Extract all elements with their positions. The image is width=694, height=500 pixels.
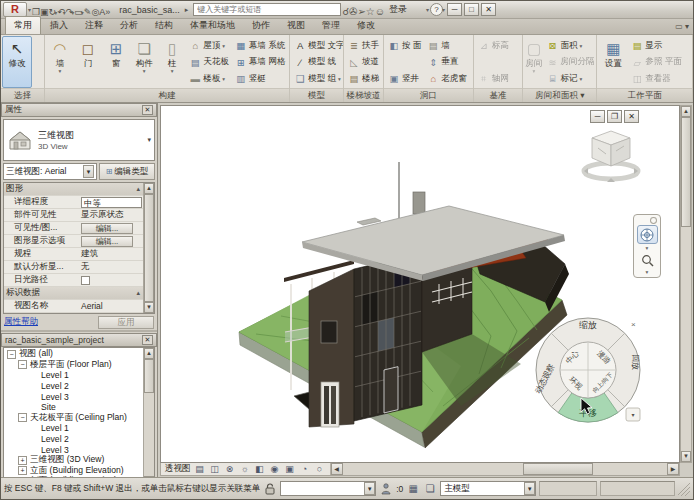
type-combo-arrow-icon[interactable]: ▼ <box>83 165 94 178</box>
edit-button[interactable]: 编辑... <box>81 236 133 247</box>
window-button[interactable]: ⊞窗 <box>102 36 130 88</box>
ribbon-group-label[interactable]: 模型 <box>290 88 343 102</box>
tag-room-button[interactable]: ⌸标记▾ <box>544 71 596 86</box>
reveal-hidden-icon[interactable]: ○ <box>314 464 326 474</box>
tab-massing-site[interactable]: 体量和场地 <box>182 17 243 34</box>
modify-button[interactable]: ↖修改 <box>2 36 32 88</box>
property-value[interactable]: 显示原状态 <box>80 209 143 221</box>
property-value[interactable] <box>80 276 143 285</box>
roof-button-arrow-icon[interactable]: ▾ <box>222 43 225 49</box>
search-input[interactable] <box>193 3 341 16</box>
zoom-button[interactable] <box>637 252 658 268</box>
steering-wheel-button[interactable] <box>637 225 658 245</box>
room-button[interactable]: ▢房间▾ <box>524 36 543 88</box>
model-line-button[interactable]: ∕模型 线 <box>292 55 344 70</box>
scroll-up-icon[interactable]: ▲ <box>144 348 154 359</box>
canvas-hscrollbar[interactable]: ◀ ▶ <box>331 463 680 475</box>
viewcube[interactable] <box>580 124 644 190</box>
property-checkbox[interactable] <box>81 276 90 285</box>
tab-view[interactable]: 视图 <box>279 17 313 34</box>
ribbon-state-icon[interactable]: ▭ ▾ <box>675 22 689 31</box>
ribbon-group-label[interactable]: 房间和面积 ▾ <box>523 88 596 102</box>
view-minimize-button[interactable]: ─ <box>590 110 605 123</box>
model-text-button[interactable]: A模型 文字 <box>292 38 344 53</box>
properties-scrollbar[interactable]: ▲ ▼ <box>143 183 154 313</box>
roof-button[interactable]: ⌂屋顶▾ <box>187 38 231 53</box>
save-icon[interactable]: ▣ <box>40 7 49 17</box>
collapse-icon[interactable]: − <box>7 350 16 359</box>
ref-plane-button[interactable]: ▱参照 平面 <box>629 55 683 70</box>
hide-isolate-icon[interactable]: ◔ <box>299 464 311 474</box>
opening-by-face-button[interactable]: ◧按 面 <box>386 38 423 53</box>
tree-item[interactable]: Level 2 <box>4 434 143 445</box>
wall-opening-button[interactable]: ▤墙 <box>425 38 469 53</box>
tree-item[interactable]: Level 2 <box>4 381 143 392</box>
navbar-close-icon[interactable] <box>650 217 657 224</box>
property-value[interactable]: Aerial <box>80 301 143 311</box>
view-restore-button[interactable]: ❐ <box>607 110 622 123</box>
ribbon-group-label[interactable]: 基准 <box>474 88 523 102</box>
set-workplane-button[interactable]: ▦设置 <box>598 36 628 88</box>
steering-wheel[interactable]: 缩放 平移 动态观察 回放 中心 漫游 环视 向上/向下 × ▾ <box>530 312 646 432</box>
view-scale-label[interactable]: 透视图 <box>165 463 191 475</box>
design-options-icon[interactable]: ▦ <box>406 482 420 496</box>
zoom-menu-arrow-icon[interactable]: ▾ <box>646 269 649 275</box>
canvas-vscrollbar[interactable]: ▲ ▼ <box>680 105 692 463</box>
wheel-zoom-label[interactable]: 缩放 <box>579 320 597 330</box>
tab-manage[interactable]: 管理 <box>314 17 348 34</box>
sign-in-label[interactable]: 登录 <box>389 3 407 16</box>
ribbon-group-label[interactable]: 楼梯坡道 <box>344 88 383 102</box>
show-workplane-button[interactable]: ▤显示 <box>629 38 683 53</box>
tree-item[interactable]: Level 1 <box>4 370 143 381</box>
render-icon[interactable]: ◉ <box>269 464 281 474</box>
tab-modify[interactable]: 修改 <box>349 17 383 34</box>
ribbon-group-label[interactable]: 选择 <box>1 88 44 102</box>
dormer-button[interactable]: ⌂老虎窗 <box>425 71 469 86</box>
property-value[interactable]: 无 <box>80 261 143 273</box>
railing-button[interactable]: ≣扶手 <box>346 38 381 53</box>
tree-item[interactable]: Level 1 <box>4 423 143 434</box>
open-icon[interactable]: ❐ <box>32 7 40 17</box>
wheel-menu-arrow-icon[interactable]: ▾ <box>646 245 649 251</box>
tree-item[interactable]: −天花板平面 (Ceiling Plan) <box>4 413 143 424</box>
mullion-button[interactable]: ▥竖梃 <box>233 71 287 86</box>
tab-collaborate[interactable]: 协作 <box>244 17 278 34</box>
tree-item[interactable]: Level 3 <box>4 391 143 402</box>
scroll-thumb[interactable] <box>144 359 154 393</box>
help-arrow-icon[interactable]: ▾ <box>442 6 445 13</box>
expand-icon[interactable]: + <box>18 456 27 465</box>
minimize-button[interactable]: ─ <box>447 3 462 16</box>
editing-requests-icon[interactable] <box>379 482 393 496</box>
project-browser-title-bar[interactable]: rac_basic_sample_project ✕ <box>1 333 157 347</box>
title-expand-icon[interactable]: ▸ <box>185 6 189 14</box>
component-button[interactable]: ❏构件▾ <box>130 36 158 88</box>
subscription-icon[interactable]: ➢ <box>357 6 365 17</box>
option-dropdown-arrow-icon[interactable]: ▼ <box>524 482 535 495</box>
resize-grip[interactable] <box>678 481 690 496</box>
sun-settings-icon[interactable]: ⊗ <box>224 464 236 474</box>
room-separator-button[interactable]: ≋房间分隔 <box>544 55 596 70</box>
property-value[interactable]: 编辑... <box>80 223 143 234</box>
edit-button[interactable]: 编辑... <box>81 223 133 234</box>
viewer-button[interactable]: ◫查看器 <box>629 71 683 86</box>
scroll-right-icon[interactable]: ▶ <box>667 463 679 475</box>
app-menu-arrow-icon[interactable]: ▾ <box>28 6 31 13</box>
tab-annotate[interactable]: 注释 <box>77 17 111 34</box>
wall-button[interactable]: ◠墙▾ <box>46 36 74 88</box>
worksets-lock-icon[interactable] <box>263 482 277 496</box>
area-button[interactable]: ⊠面积▾ <box>544 38 596 53</box>
more-icon[interactable]: » <box>105 7 110 17</box>
type-selector-arrow-icon[interactable]: ▾ <box>147 136 151 144</box>
shaft-button[interactable]: ▣竖井 <box>386 71 423 86</box>
type-combo[interactable]: 三维视图: Aerial ▼ <box>3 163 97 180</box>
drawing-view[interactable]: ─ ❐ ✕ <box>160 105 680 463</box>
ribbon-group-label[interactable]: 洞口 <box>384 88 473 102</box>
scroll-thumb[interactable] <box>144 194 154 302</box>
property-section-header[interactable]: 标识数据▴ <box>4 287 143 300</box>
collapse-icon[interactable]: − <box>18 360 27 369</box>
model-group-button[interactable]: ❑模型 组▾ <box>292 71 344 86</box>
floor-button[interactable]: ▬楼板▾ <box>187 71 231 86</box>
tab-home[interactable]: 常用 <box>5 16 41 34</box>
project-browser-close-icon[interactable]: ✕ <box>142 335 153 345</box>
vertical-opening-button[interactable]: ⇕垂直 <box>425 55 469 70</box>
